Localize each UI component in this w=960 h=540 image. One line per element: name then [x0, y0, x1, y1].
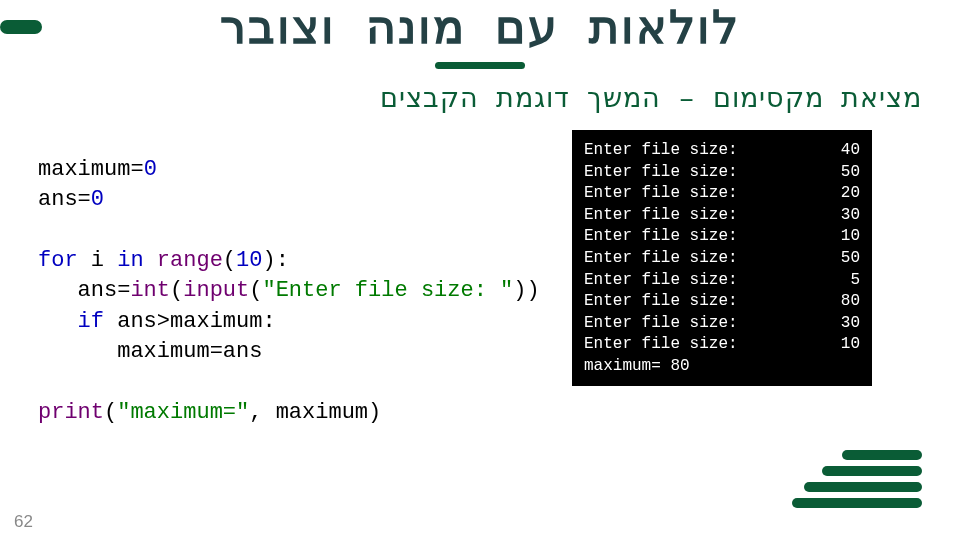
slide: לולאות עם מונה וצובר מציאת מקסימום – המש…: [0, 0, 960, 540]
console-row: Enter file size:40: [584, 140, 860, 162]
console-row: Enter file size:20: [584, 183, 860, 205]
console-row: Enter file size:80: [584, 291, 860, 313]
slide-subtitle: מציאת מקסימום – המשך דוגמת הקבצים: [0, 82, 922, 115]
code-text: maximum=0 ans=0 for i in range(10): ans=…: [38, 157, 540, 425]
console-output: Enter file size:40 Enter file size:50 En…: [572, 130, 872, 386]
page-number: 62: [14, 512, 33, 532]
console-row: Enter file size:30: [584, 313, 860, 335]
console-row: Enter file size:10: [584, 226, 860, 248]
scribble-icon: [792, 450, 922, 508]
console-result: maximum= 80: [584, 356, 860, 378]
console-row: Enter file size:10: [584, 334, 860, 356]
code-block: maximum=0 ans=0 for i in range(10): ans=…: [38, 155, 538, 428]
console-row: Enter file size:5: [584, 270, 860, 292]
console-row: Enter file size:30: [584, 205, 860, 227]
console-row: Enter file size:50: [584, 162, 860, 184]
slide-title: לולאות עם מונה וצובר: [0, 0, 960, 57]
console-row: Enter file size:50: [584, 248, 860, 270]
title-underline-icon: [435, 62, 525, 69]
